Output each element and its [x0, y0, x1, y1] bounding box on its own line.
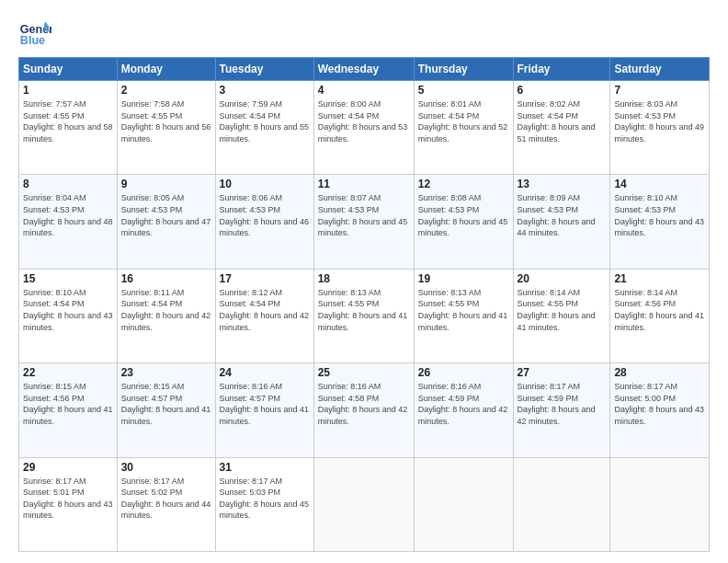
calendar-cell: 18 Sunrise: 8:13 AMSunset: 4:55 PMDaylig…: [313, 269, 414, 362]
day-number: 27: [518, 366, 607, 379]
day-number: 13: [518, 178, 607, 190]
calendar-cell: 6 Sunrise: 8:02 AMSunset: 4:54 PMDayligh…: [513, 81, 610, 175]
calendar-cell: 14 Sunrise: 8:10 AMSunset: 4:53 PMDaylig…: [610, 175, 710, 269]
day-info: Sunrise: 8:16 AMSunset: 4:57 PMDaylight:…: [220, 382, 310, 426]
day-info: Sunrise: 8:03 AMSunset: 4:53 PMDaylight:…: [614, 99, 704, 144]
day-number: 17: [220, 272, 310, 285]
day-info: Sunrise: 8:17 AMSunset: 5:00 PMDaylight:…: [614, 382, 704, 426]
day-info: Sunrise: 8:00 AMSunset: 4:54 PMDaylight:…: [318, 99, 408, 144]
logo-icon: General Blue: [18, 15, 51, 48]
day-number: 15: [23, 272, 113, 285]
day-number: 23: [121, 366, 211, 379]
calendar-cell: 22 Sunrise: 8:15 AMSunset: 4:56 PMDaylig…: [19, 363, 118, 457]
weekday-wednesday: Wednesday: [313, 58, 414, 81]
logo: General Blue: [18, 15, 51, 48]
weekday-thursday: Thursday: [414, 58, 513, 81]
day-info: Sunrise: 7:59 AMSunset: 4:54 PMDaylight:…: [220, 99, 310, 144]
calendar-cell: 25 Sunrise: 8:16 AMSunset: 4:58 PMDaylig…: [313, 363, 414, 457]
day-info: Sunrise: 8:16 AMSunset: 4:58 PMDaylight:…: [318, 382, 408, 426]
calendar-cell: 29 Sunrise: 8:17 AMSunset: 5:01 PMDaylig…: [19, 457, 118, 551]
calendar-cell: 7 Sunrise: 8:03 AMSunset: 4:53 PMDayligh…: [610, 81, 710, 175]
calendar-cell: 2 Sunrise: 7:58 AMSunset: 4:55 PMDayligh…: [117, 81, 215, 175]
calendar-cell: [313, 457, 414, 551]
calendar-cell: [414, 457, 513, 551]
day-number: 25: [318, 366, 410, 379]
day-number: 19: [418, 272, 509, 285]
calendar-cell: 3 Sunrise: 7:59 AMSunset: 4:54 PMDayligh…: [215, 81, 313, 175]
day-info: Sunrise: 8:02 AMSunset: 4:54 PMDaylight:…: [518, 99, 596, 144]
weekday-friday: Friday: [513, 58, 610, 81]
calendar-cell: 17 Sunrise: 8:12 AMSunset: 4:54 PMDaylig…: [215, 269, 313, 362]
day-info: Sunrise: 8:10 AMSunset: 4:53 PMDaylight:…: [614, 193, 704, 237]
day-number: 4: [318, 84, 410, 97]
day-number: 18: [318, 272, 410, 285]
day-info: Sunrise: 8:04 AMSunset: 4:53 PMDaylight:…: [23, 193, 113, 237]
calendar-cell: 26 Sunrise: 8:16 AMSunset: 4:59 PMDaylig…: [414, 363, 513, 457]
day-info: Sunrise: 8:17 AMSunset: 5:02 PMDaylight:…: [121, 477, 211, 521]
day-info: Sunrise: 8:16 AMSunset: 4:59 PMDaylight:…: [418, 382, 508, 426]
day-info: Sunrise: 8:17 AMSunset: 5:03 PMDaylight:…: [220, 477, 310, 521]
calendar-cell: 19 Sunrise: 8:13 AMSunset: 4:55 PMDaylig…: [414, 269, 513, 362]
calendar-cell: 16 Sunrise: 8:11 AMSunset: 4:54 PMDaylig…: [117, 269, 215, 362]
day-info: Sunrise: 8:17 AMSunset: 4:59 PMDaylight:…: [518, 382, 596, 426]
day-number: 8: [23, 178, 113, 190]
weekday-tuesday: Tuesday: [215, 58, 313, 81]
week-row-1: 1 Sunrise: 7:57 AMSunset: 4:55 PMDayligh…: [19, 81, 710, 175]
day-number: 21: [614, 272, 705, 285]
day-number: 9: [121, 178, 211, 190]
calendar-cell: 11 Sunrise: 8:07 AMSunset: 4:53 PMDaylig…: [313, 175, 414, 269]
calendar-table: SundayMondayTuesdayWednesdayThursdayFrid…: [18, 57, 710, 552]
day-info: Sunrise: 8:11 AMSunset: 4:54 PMDaylight:…: [121, 288, 211, 332]
header: General Blue: [18, 15, 710, 48]
day-number: 6: [518, 84, 607, 97]
day-info: Sunrise: 8:13 AMSunset: 4:55 PMDaylight:…: [318, 288, 408, 332]
calendar-cell: [513, 457, 610, 551]
day-number: 5: [418, 84, 509, 97]
weekday-header-row: SundayMondayTuesdayWednesdayThursdayFrid…: [19, 58, 710, 81]
calendar-cell: 30 Sunrise: 8:17 AMSunset: 5:02 PMDaylig…: [117, 457, 215, 551]
day-info: Sunrise: 7:58 AMSunset: 4:55 PMDaylight:…: [121, 99, 211, 144]
day-number: 30: [121, 461, 211, 474]
day-number: 24: [220, 366, 310, 379]
day-info: Sunrise: 8:05 AMSunset: 4:53 PMDaylight:…: [121, 193, 211, 237]
day-info: Sunrise: 8:15 AMSunset: 4:57 PMDaylight:…: [121, 382, 211, 426]
day-number: 22: [23, 366, 113, 379]
day-number: 31: [220, 461, 310, 474]
calendar-cell: 8 Sunrise: 8:04 AMSunset: 4:53 PMDayligh…: [19, 175, 118, 269]
day-info: Sunrise: 8:08 AMSunset: 4:53 PMDaylight:…: [418, 193, 508, 237]
week-row-3: 15 Sunrise: 8:10 AMSunset: 4:54 PMDaylig…: [19, 269, 710, 362]
calendar-cell: 24 Sunrise: 8:16 AMSunset: 4:57 PMDaylig…: [215, 363, 313, 457]
day-number: 1: [23, 84, 113, 97]
day-number: 3: [220, 84, 310, 97]
weekday-monday: Monday: [117, 58, 215, 81]
day-info: Sunrise: 8:17 AMSunset: 5:01 PMDaylight:…: [23, 477, 113, 521]
day-info: Sunrise: 8:12 AMSunset: 4:54 PMDaylight:…: [220, 288, 310, 332]
day-info: Sunrise: 8:13 AMSunset: 4:55 PMDaylight:…: [418, 288, 508, 332]
day-info: Sunrise: 8:14 AMSunset: 4:56 PMDaylight:…: [614, 288, 704, 332]
day-info: Sunrise: 8:15 AMSunset: 4:56 PMDaylight:…: [23, 382, 113, 426]
calendar-cell: 27 Sunrise: 8:17 AMSunset: 4:59 PMDaylig…: [513, 363, 610, 457]
calendar-cell: 12 Sunrise: 8:08 AMSunset: 4:53 PMDaylig…: [414, 175, 513, 269]
day-number: 11: [318, 178, 410, 190]
day-number: 16: [121, 272, 211, 285]
day-info: Sunrise: 7:57 AMSunset: 4:55 PMDaylight:…: [23, 99, 113, 144]
day-info: Sunrise: 8:14 AMSunset: 4:55 PMDaylight:…: [518, 288, 596, 332]
day-number: 26: [418, 366, 509, 379]
calendar-cell: 4 Sunrise: 8:00 AMSunset: 4:54 PMDayligh…: [313, 81, 414, 175]
calendar-cell: 9 Sunrise: 8:05 AMSunset: 4:53 PMDayligh…: [117, 175, 215, 269]
day-number: 12: [418, 178, 509, 190]
day-number: 29: [23, 461, 113, 474]
day-info: Sunrise: 8:01 AMSunset: 4:54 PMDaylight:…: [418, 99, 508, 144]
calendar-cell: 21 Sunrise: 8:14 AMSunset: 4:56 PMDaylig…: [610, 269, 710, 362]
svg-text:Blue: Blue: [20, 34, 45, 47]
day-number: 28: [614, 366, 705, 379]
weekday-sunday: Sunday: [19, 58, 118, 81]
weekday-saturday: Saturday: [610, 58, 710, 81]
day-info: Sunrise: 8:09 AMSunset: 4:53 PMDaylight:…: [518, 193, 596, 237]
day-number: 14: [614, 178, 705, 190]
week-row-5: 29 Sunrise: 8:17 AMSunset: 5:01 PMDaylig…: [19, 457, 710, 551]
calendar-cell: 10 Sunrise: 8:06 AMSunset: 4:53 PMDaylig…: [215, 175, 313, 269]
day-number: 10: [220, 178, 310, 190]
day-number: 2: [121, 84, 211, 97]
calendar-cell: 20 Sunrise: 8:14 AMSunset: 4:55 PMDaylig…: [513, 269, 610, 362]
